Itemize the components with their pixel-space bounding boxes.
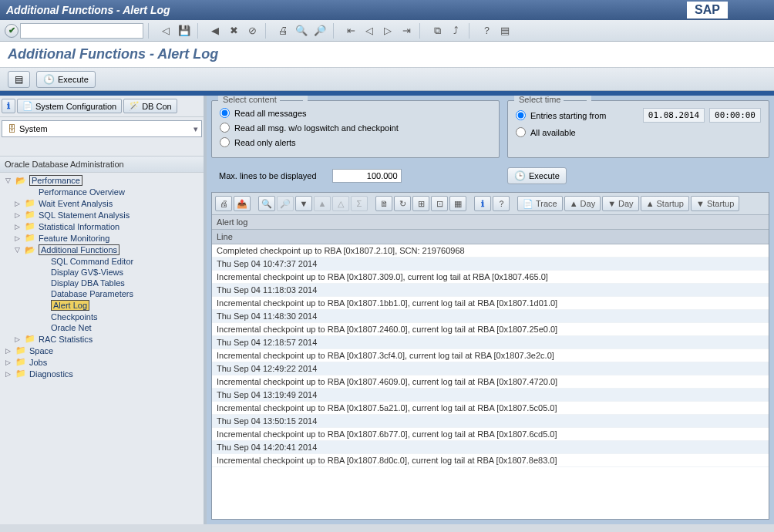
back-icon[interactable]: ◁ <box>157 23 174 39</box>
table-row[interactable]: Thu Sep 04 12:18:57 2014 <box>212 336 769 349</box>
table-row[interactable]: Thu Sep 04 13:19:49 2014 <box>212 389 769 402</box>
table-row[interactable]: Thu Sep 04 11:48:30 2014 <box>212 310 769 323</box>
expand-icon[interactable]: ▷ <box>3 359 12 366</box>
menu-button[interactable]: ▤ <box>8 71 30 88</box>
new-session-icon[interactable]: ⧉ <box>429 23 446 39</box>
grid-icon[interactable]: ▦ <box>449 196 466 211</box>
nav-exit-icon[interactable]: ✖ <box>225 23 242 39</box>
date-field[interactable]: 01.08.2014 <box>643 108 705 123</box>
table-row[interactable]: Incremental checkpoint up to RBA [0x1807… <box>212 323 769 336</box>
export-icon[interactable]: 📤 <box>234 196 251 211</box>
first-page-icon[interactable]: ⇤ <box>342 23 359 39</box>
system-input[interactable] <box>18 123 194 135</box>
startup-up-button[interactable]: ▲Startup <box>641 196 689 211</box>
shortcut-icon[interactable]: ⤴ <box>447 23 464 39</box>
radio-read-nolog[interactable] <box>220 123 230 133</box>
print-icon[interactable]: 🖨 <box>274 23 291 39</box>
detail-icon[interactable]: 🗎 <box>375 196 392 211</box>
radio-read-all[interactable] <box>220 108 230 118</box>
print-icon[interactable]: 🖨 <box>215 196 232 211</box>
day-down-button[interactable]: ▼Day <box>602 196 638 211</box>
tree-alert[interactable]: Alert Log <box>0 299 204 311</box>
last-page-icon[interactable]: ⇥ <box>398 23 415 39</box>
tree-sqlcmd[interactable]: SQL Command Editor <box>0 256 204 267</box>
execute-button[interactable]: 🕒Execute <box>36 71 96 88</box>
tree-feat[interactable]: ▷📁Feature Monitoring <box>0 232 204 244</box>
execute-button-main[interactable]: 🕒Execute <box>507 167 567 184</box>
expand-icon[interactable]: ▷ <box>12 200 22 207</box>
radio-all-available[interactable] <box>516 127 526 137</box>
day-up-button[interactable]: ▲Day <box>564 196 601 211</box>
prev-page-icon[interactable]: ◁ <box>361 23 378 39</box>
save-icon[interactable]: 💾 <box>176 23 193 39</box>
startup-down-button[interactable]: ▼Startup <box>691 196 739 211</box>
tree-wait[interactable]: ▷📁Wait Event Analysis <box>0 197 204 209</box>
table-row[interactable]: Thu Sep 04 10:47:37 2014 <box>212 258 769 271</box>
nav-cancel-icon[interactable]: ⊘ <box>244 23 261 39</box>
expand-icon[interactable]: ▷ <box>12 211 22 219</box>
maxlines-input[interactable] <box>332 169 402 183</box>
table-row[interactable]: Completed checkpoint up to RBA [0x1807.2… <box>212 244 769 258</box>
expand-icon[interactable]: ▷ <box>12 223 22 231</box>
filter-icon[interactable]: ▼ <box>295 196 312 211</box>
layout-save-icon[interactable]: ⊡ <box>431 196 448 211</box>
tree-onet[interactable]: Oracle Net <box>0 322 204 333</box>
tree-perf-overview[interactable]: Performance Overview <box>0 187 204 197</box>
columns-icon[interactable]: ⊞ <box>412 196 429 211</box>
table-row[interactable]: Thu Sep 04 11:18:03 2014 <box>212 284 769 297</box>
table-row[interactable]: Thu Sep 04 12:49:22 2014 <box>212 362 769 375</box>
time-field[interactable]: 00:00:00 <box>709 108 761 123</box>
table-row[interactable]: Incremental checkpoint up to RBA [0x1807… <box>212 375 769 389</box>
grid-column-header[interactable]: Line <box>212 230 769 244</box>
refresh-icon[interactable]: ↻ <box>394 196 411 211</box>
expand-icon[interactable]: ▷ <box>12 335 22 343</box>
next-page-icon[interactable]: ▷ <box>379 23 396 39</box>
table-row[interactable]: Incremental checkpoint up to RBA [0x1807… <box>212 349 769 362</box>
tree-label: Space <box>29 346 53 355</box>
tree-jobs[interactable]: ▷📁Jobs <box>0 356 204 368</box>
table-row[interactable]: Incremental checkpoint up to RBA [0x1807… <box>212 402 769 415</box>
expand-icon[interactable]: ▷ <box>3 347 12 355</box>
expand-icon[interactable]: ▷ <box>3 370 12 378</box>
trace-button[interactable]: 📄Trace <box>517 196 563 211</box>
tree-chk[interactable]: Checkpoints <box>0 311 204 322</box>
table-row[interactable]: Incremental checkpoint up to RBA [0x1807… <box>212 271 769 284</box>
help-icon[interactable]: ？ <box>478 23 495 39</box>
collapse-icon[interactable]: ▽ <box>3 177 12 184</box>
tree-space[interactable]: ▷📁Space <box>0 345 204 356</box>
system-config-tab[interactable]: 📄System Configuration <box>17 99 122 113</box>
tree-performance[interactable]: ▽📂Performance <box>0 174 204 187</box>
collapse-icon[interactable]: ▽ <box>12 246 22 254</box>
find-icon[interactable]: 🔍 <box>258 196 275 211</box>
help-icon[interactable]: ？ <box>493 196 510 211</box>
radio-entries-from[interactable] <box>516 110 526 120</box>
tree-diag[interactable]: ▷📁Diagnostics <box>0 368 204 379</box>
table-row[interactable]: Thu Sep 04 14:20:41 2014 <box>212 441 769 454</box>
command-input[interactable] <box>20 23 143 39</box>
table-row[interactable]: Incremental checkpoint up to RBA [0x1807… <box>212 454 769 467</box>
info-icon[interactable]: ℹ <box>474 196 491 211</box>
table-row[interactable]: Thu Sep 04 13:50:15 2014 <box>212 415 769 428</box>
tree-dba[interactable]: Display DBA Tables <box>0 278 204 288</box>
nav-back-icon[interactable]: ◀ <box>207 23 224 39</box>
table-row[interactable]: Incremental checkpoint up to RBA [0x1807… <box>212 297 769 310</box>
find-next-icon[interactable]: 🔎 <box>311 23 328 39</box>
command-field[interactable]: ✔ <box>5 23 143 39</box>
tree-sql[interactable]: ▷📁SQL Statement Analysis <box>0 209 204 221</box>
system-dropdown[interactable]: 🗄 ▾ <box>2 120 202 137</box>
enter-icon[interactable]: ✔ <box>5 24 19 38</box>
table-row[interactable]: Incremental checkpoint up to RBA [0x1807… <box>212 428 769 441</box>
layout-icon[interactable]: ▤ <box>496 23 513 39</box>
chevron-down-icon[interactable]: ▾ <box>194 124 198 134</box>
tree-gv[interactable]: Display GV$-Views <box>0 267 204 278</box>
tree-rac[interactable]: ▷📁RAC Statistics <box>0 333 204 345</box>
tree-stat[interactable]: ▷📁Statistical Information <box>0 221 204 232</box>
db-con-tab[interactable]: 🪄DB Con <box>123 99 177 113</box>
expand-icon[interactable]: ▷ <box>12 234 22 242</box>
tree-addl[interactable]: ▽📂Additional Functions <box>0 244 204 256</box>
find-icon[interactable]: 🔍 <box>293 23 310 39</box>
info-tab[interactable]: ℹ <box>2 99 15 113</box>
tree-dbparm[interactable]: Database Parameters <box>0 288 204 299</box>
radio-read-alerts[interactable] <box>220 137 230 147</box>
grid-body[interactable]: Completed checkpoint up to RBA [0x1807.2… <box>212 244 769 519</box>
